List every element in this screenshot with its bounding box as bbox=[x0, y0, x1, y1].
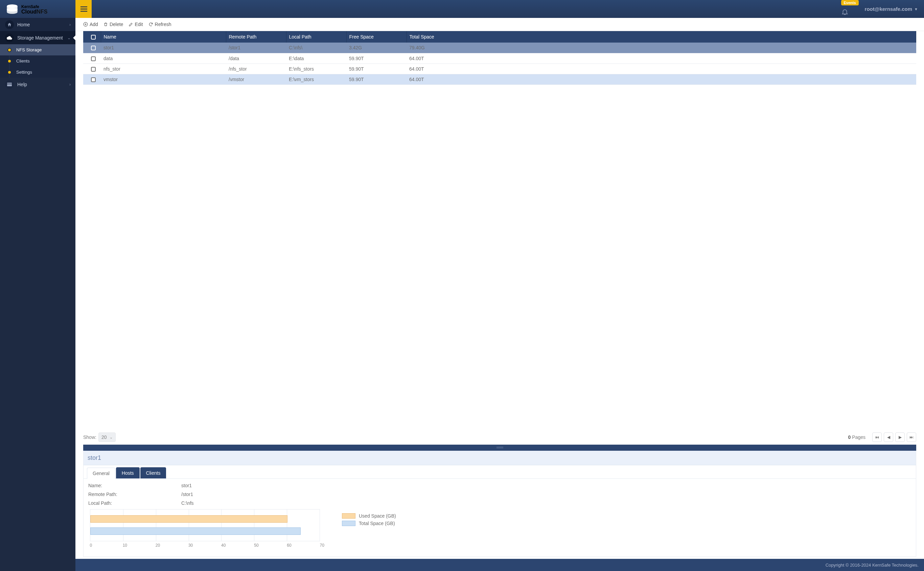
add-button[interactable]: Add bbox=[83, 22, 98, 27]
column-header-free-space[interactable]: Free Space bbox=[346, 31, 407, 43]
cell-local: E:\data bbox=[286, 53, 346, 63]
notifications-button[interactable]: Events bbox=[841, 3, 859, 15]
cell-name: nfs_stor bbox=[101, 63, 226, 74]
chevron-down-icon: ⌄ bbox=[110, 435, 113, 440]
row-checkbox[interactable] bbox=[83, 43, 101, 53]
grip-icon bbox=[497, 446, 503, 449]
sidebar-item-settings[interactable]: Settings bbox=[0, 66, 76, 78]
tab-hosts[interactable]: Hosts bbox=[116, 467, 140, 478]
tab-clients[interactable]: Clients bbox=[140, 467, 166, 478]
row-checkbox[interactable] bbox=[83, 63, 101, 74]
sidebar: Home › Storage Management ⌄ NFS Storage … bbox=[0, 18, 76, 571]
prev-icon: ◀ bbox=[887, 435, 890, 440]
select-all-header[interactable] bbox=[83, 31, 101, 43]
events-badge: Events bbox=[841, 0, 859, 5]
column-header-name[interactable]: Name bbox=[101, 31, 226, 43]
bullet-icon bbox=[8, 60, 11, 63]
delete-button[interactable]: Delete bbox=[104, 22, 123, 27]
chart-bar-total bbox=[90, 528, 301, 535]
next-page-button[interactable]: ▶ bbox=[895, 432, 905, 442]
next-icon: ▶ bbox=[899, 435, 902, 440]
column-header-remote-path[interactable]: Remote Path bbox=[226, 31, 286, 43]
cell-name: vmstor bbox=[101, 74, 226, 85]
cell-local: C:\nfs\ bbox=[286, 43, 346, 53]
svg-rect-3 bbox=[80, 8, 87, 9]
database-icon bbox=[5, 4, 19, 14]
refresh-icon bbox=[149, 22, 153, 27]
brand-text: KernSafe CloudNFS bbox=[21, 4, 47, 14]
checkbox-icon bbox=[91, 56, 96, 61]
svg-rect-5 bbox=[7, 82, 12, 86]
toolbar: Add Delete Edit Refresh bbox=[76, 18, 924, 31]
user-menu[interactable]: root@kernsafe.com ▼ bbox=[865, 6, 918, 12]
legend-swatch-icon bbox=[342, 513, 356, 519]
last-page-button[interactable]: ⏭ bbox=[907, 432, 916, 442]
legend-swatch-icon bbox=[342, 521, 356, 526]
table-row[interactable]: nfs_stor /nfs_stor E:\nfs_stors 59.90T 6… bbox=[83, 63, 916, 74]
sidebar-item-home[interactable]: Home › bbox=[0, 18, 76, 31]
label-name: Name: bbox=[88, 483, 181, 488]
brand-logo: KernSafe CloudNFS bbox=[0, 0, 76, 18]
cell-total: 64.00T bbox=[407, 63, 916, 74]
row-checkbox[interactable] bbox=[83, 53, 101, 63]
toolbar-label: Delete bbox=[110, 22, 123, 27]
prev-page-button[interactable]: ◀ bbox=[884, 432, 893, 442]
hamburger-icon bbox=[80, 6, 87, 12]
tab-general[interactable]: General bbox=[87, 468, 115, 479]
chevron-right-icon: › bbox=[69, 22, 71, 27]
cell-name: stor1 bbox=[101, 43, 226, 53]
cell-total: 64.00T bbox=[407, 74, 916, 85]
cloud-icon bbox=[5, 34, 14, 42]
first-page-button[interactable]: ⏮ bbox=[872, 432, 882, 442]
legend-used: Used Space (GB) bbox=[342, 513, 396, 519]
pages-info: 0 Pages bbox=[848, 435, 865, 440]
home-icon bbox=[5, 20, 14, 29]
storage-table: Name Remote Path Local Path Free Space T… bbox=[83, 31, 916, 85]
checkbox-icon bbox=[91, 77, 96, 82]
cell-free: 59.90T bbox=[346, 74, 407, 85]
svg-rect-2 bbox=[80, 6, 87, 8]
chevron-right-icon: › bbox=[69, 82, 71, 87]
sidebar-item-clients[interactable]: Clients bbox=[0, 56, 76, 66]
toolbar-label: Add bbox=[90, 22, 98, 27]
hamburger-toggle[interactable] bbox=[76, 0, 92, 18]
page-size-value: 20 bbox=[101, 435, 107, 440]
top-header: KernSafe CloudNFS Events root@kernsafe.c… bbox=[0, 0, 924, 18]
show-label: Show: bbox=[83, 435, 96, 440]
edit-button[interactable]: Edit bbox=[128, 22, 143, 27]
column-header-total-space[interactable]: Total Space bbox=[407, 31, 916, 43]
cell-name: data bbox=[101, 53, 226, 63]
value-local-path: C:\nfs bbox=[181, 500, 194, 506]
plus-circle-icon bbox=[83, 22, 88, 27]
page-size-select[interactable]: 20 ⌄ bbox=[98, 432, 116, 442]
bullet-icon bbox=[8, 71, 11, 74]
sidebar-item-help[interactable]: Help › bbox=[0, 78, 76, 91]
column-header-local-path[interactable]: Local Path bbox=[286, 31, 346, 43]
panel-splitter[interactable] bbox=[83, 444, 916, 451]
sidebar-item-label: Settings bbox=[16, 69, 32, 75]
cell-total: 79.40G bbox=[407, 43, 916, 53]
main-content: Add Delete Edit Refresh Name Remote Path… bbox=[76, 18, 924, 559]
chevron-down-icon: ⌄ bbox=[67, 35, 71, 40]
sidebar-item-nfs-storage[interactable]: NFS Storage bbox=[0, 44, 76, 56]
table-row[interactable]: data /data E:\data 59.90T 64.00T bbox=[83, 53, 916, 63]
cell-local: E:\nfs_stors bbox=[286, 63, 346, 74]
bell-icon bbox=[841, 8, 859, 15]
table-row[interactable]: vmstor /vmstor E:\vm_stors 59.90T 64.00T bbox=[83, 74, 916, 85]
row-checkbox[interactable] bbox=[83, 74, 101, 85]
table-row[interactable]: stor1 /stor1 C:\nfs\ 3.42G 79.40G bbox=[83, 43, 916, 53]
detail-title: stor1 bbox=[84, 451, 916, 465]
chart-bar-used bbox=[90, 515, 288, 523]
checkbox-icon bbox=[91, 46, 96, 50]
detail-panel: stor1 General Hosts Clients Name:stor1 R… bbox=[83, 451, 916, 557]
refresh-button[interactable]: Refresh bbox=[149, 22, 172, 27]
checkbox-icon bbox=[91, 67, 96, 72]
toolbar-label: Edit bbox=[135, 22, 143, 27]
legend-total: Total Space (GB) bbox=[342, 521, 396, 526]
cell-remote: /nfs_stor bbox=[226, 63, 286, 74]
checkbox-icon bbox=[91, 35, 96, 40]
usage-chart: 010203040506070 bbox=[88, 509, 322, 550]
cell-remote: /data bbox=[226, 53, 286, 63]
sidebar-item-label: NFS Storage bbox=[16, 47, 42, 52]
sidebar-item-storage-management[interactable]: Storage Management ⌄ bbox=[0, 31, 76, 44]
